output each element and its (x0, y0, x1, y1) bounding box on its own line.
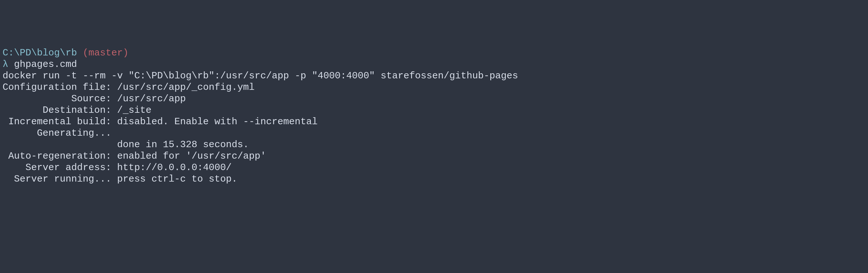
output-config: Configuration file: /usr/src/app/_config… (3, 82, 865, 93)
output-server-addr: Server address: http://0.0.0.0:4000/ (3, 162, 865, 173)
output-incremental: Incremental build: disabled. Enable with… (3, 116, 865, 128)
output-server-running: Server running... press ctrl-c to stop. (3, 173, 865, 185)
git-branch: (master) (83, 48, 128, 58)
output-done: done in 15.328 seconds. (3, 139, 865, 151)
output-autoregen: Auto-regeneration: enabled for '/usr/src… (3, 151, 865, 162)
prompt-path: C:\PD\blog\rb (3, 48, 77, 58)
prompt-line: C:\PD\blog\rb (master) (3, 47, 865, 59)
output-destination: Destination: /_site (3, 105, 865, 116)
prompt-symbol: λ (3, 59, 8, 70)
terminal-window[interactable]: C:\PD\blog\rb (master)λ ghpages.cmddocke… (3, 47, 865, 185)
command-line: λ ghpages.cmd (3, 59, 865, 70)
output-docker-cmd: docker run -t --rm -v "C:\PD\blog\rb":/u… (3, 70, 865, 82)
command-input[interactable]: ghpages.cmd (14, 59, 77, 70)
output-source: Source: /usr/src/app (3, 93, 865, 105)
output-generating: Generating... (3, 128, 865, 139)
